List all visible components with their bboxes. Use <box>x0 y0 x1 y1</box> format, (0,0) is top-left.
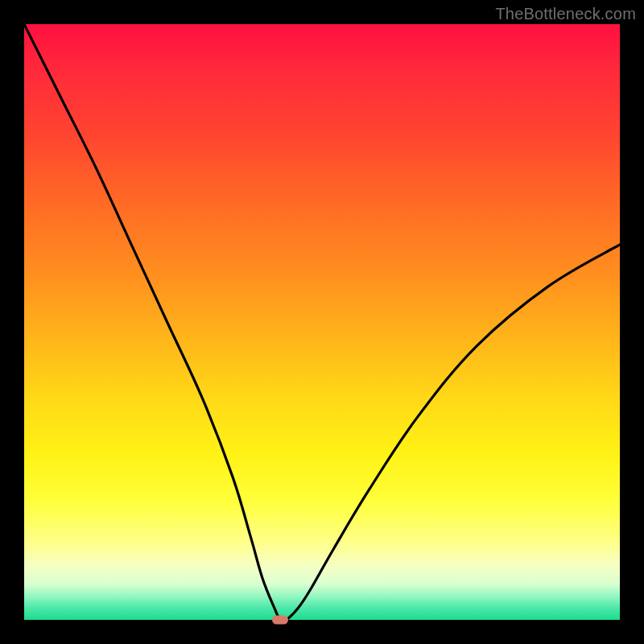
bottleneck-curve <box>24 24 620 620</box>
plot-area <box>24 24 620 620</box>
minimum-marker <box>272 616 288 625</box>
watermark-text: TheBottleneck.com <box>495 5 636 23</box>
chart-frame: TheBottleneck.com <box>0 0 644 644</box>
